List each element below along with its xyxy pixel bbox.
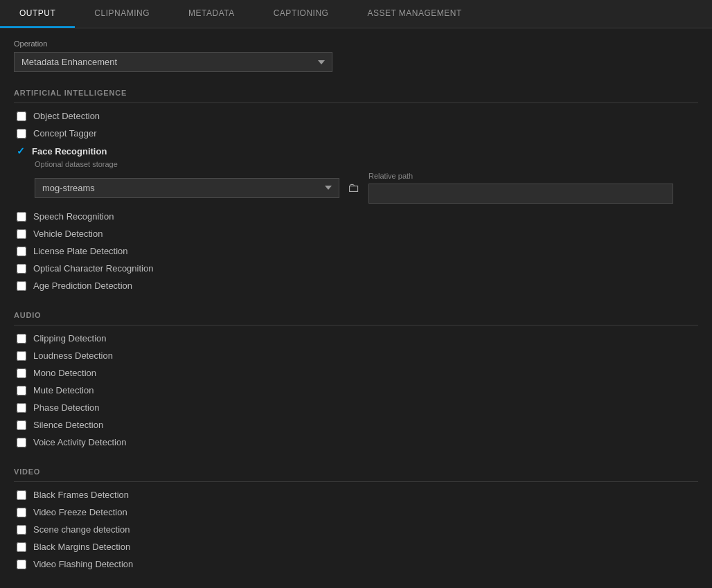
video-flashing-detection-label: Video Flashing Detection: [33, 559, 133, 569]
video-freeze-detection-item[interactable]: Video Freeze Detection: [14, 504, 698, 521]
operation-label: Operation: [14, 39, 698, 48]
main-content: Operation Metadata Enhancement Transcodi…: [0, 28, 712, 588]
face-recognition-sub: Optional dataset storage mog-streams loc…: [17, 160, 698, 208]
phase-detection-item[interactable]: Phase Detection: [14, 399, 698, 416]
face-recognition-check-icon: ✓: [17, 145, 26, 157]
tab-metadata[interactable]: METADATA: [169, 0, 254, 28]
operation-dropdown[interactable]: Metadata Enhancement Transcoding Archive: [14, 52, 332, 72]
silence-detection-label: Silence Detection: [33, 420, 103, 430]
video-flashing-detection-item[interactable]: Video Flashing Detection: [14, 555, 698, 573]
tab-captioning[interactable]: CAPTIONING: [254, 0, 348, 28]
voice-activity-detection-checkbox[interactable]: [17, 438, 26, 447]
ai-section-header: ARTIFICIAL INTELLIGENCE: [14, 82, 698, 103]
clipping-detection-item[interactable]: Clipping Detection: [14, 330, 698, 347]
operation-select-wrapper: Metadata Enhancement Transcoding Archive: [14, 52, 698, 72]
video-freeze-detection-label: Video Freeze Detection: [33, 507, 127, 517]
vehicle-detection-label: Vehicle Detection: [33, 229, 103, 239]
phase-detection-label: Phase Detection: [33, 402, 99, 413]
dataset-select-wrapper: mog-streams local-storage cloud-storage: [35, 178, 339, 198]
face-recognition-container: ✓ Face Recognition Optional dataset stor…: [14, 142, 698, 208]
license-plate-detection-label: License Plate Detection: [33, 246, 128, 256]
mono-detection-item[interactable]: Mono Detection: [14, 364, 698, 382]
object-detection-item[interactable]: Object Detection: [14, 107, 698, 125]
clipping-detection-checkbox[interactable]: [17, 334, 26, 344]
speech-recognition-item[interactable]: Speech Recognition: [14, 208, 698, 225]
black-frames-detection-label: Black Frames Detection: [33, 490, 129, 500]
video-flashing-detection-checkbox[interactable]: [17, 560, 26, 569]
mute-detection-label: Mute Detection: [33, 385, 94, 395]
voice-activity-detection-label: Voice Activity Detection: [33, 437, 126, 447]
scene-change-detection-label: Scene change detection: [33, 524, 130, 535]
black-margins-detection-checkbox[interactable]: [17, 542, 26, 552]
license-plate-detection-item[interactable]: License Plate Detection: [14, 242, 698, 260]
license-plate-detection-checkbox[interactable]: [17, 247, 26, 256]
black-margins-detection-item[interactable]: Black Margins Detection: [14, 538, 698, 555]
phase-detection-checkbox[interactable]: [17, 403, 26, 413]
age-prediction-item[interactable]: Age Prediction Detection: [14, 277, 698, 294]
object-detection-checkbox[interactable]: [17, 112, 26, 121]
ocr-checkbox[interactable]: [17, 264, 26, 274]
tab-clipnaming[interactable]: CLIPNAMING: [75, 0, 169, 28]
black-frames-detection-checkbox[interactable]: [17, 490, 26, 500]
vehicle-detection-item[interactable]: Vehicle Detection: [14, 225, 698, 242]
age-prediction-label: Age Prediction Detection: [33, 280, 132, 291]
mono-detection-checkbox[interactable]: [17, 368, 26, 378]
dataset-storage-label: Optional dataset storage: [35, 160, 698, 168]
concept-tagger-label: Concept Tagger: [33, 128, 97, 139]
folder-icon[interactable]: 🗀: [345, 179, 363, 197]
object-detection-label: Object Detection: [33, 111, 100, 121]
vehicle-detection-checkbox[interactable]: [17, 229, 26, 239]
audio-section-header: AUDIO: [14, 304, 698, 326]
concept-tagger-checkbox[interactable]: [17, 129, 26, 139]
mute-detection-item[interactable]: Mute Detection: [14, 382, 698, 399]
clipping-detection-label: Clipping Detection: [33, 333, 107, 344]
silence-detection-checkbox[interactable]: [17, 420, 26, 430]
dataset-storage-dropdown[interactable]: mog-streams local-storage cloud-storage: [35, 178, 339, 198]
voice-activity-detection-item[interactable]: Voice Activity Detection: [14, 434, 698, 451]
loudness-detection-label: Loudness Detection: [33, 350, 113, 361]
black-margins-detection-label: Black Margins Detection: [33, 542, 130, 552]
age-prediction-checkbox[interactable]: [17, 281, 26, 291]
scene-change-detection-checkbox[interactable]: [17, 525, 26, 535]
loudness-detection-checkbox[interactable]: [17, 351, 26, 361]
tab-output[interactable]: OUTPUT: [0, 0, 75, 28]
face-recognition-label: Face Recognition: [32, 146, 107, 157]
speech-recognition-label: Speech Recognition: [33, 211, 114, 222]
concept-tagger-item[interactable]: Concept Tagger: [14, 125, 698, 142]
relative-path-section: Relative path: [368, 172, 673, 204]
face-recognition-row: mog-streams local-storage cloud-storage …: [35, 172, 698, 204]
mute-detection-checkbox[interactable]: [17, 386, 26, 395]
face-recognition-header: ✓ Face Recognition: [17, 142, 698, 160]
ocr-item[interactable]: Optical Character Recognition: [14, 260, 698, 277]
black-frames-detection-item[interactable]: Black Frames Detection: [14, 486, 698, 504]
relative-path-input[interactable]: [368, 184, 673, 204]
loudness-detection-item[interactable]: Loudness Detection: [14, 347, 698, 364]
ocr-label: Optical Character Recognition: [33, 263, 153, 274]
video-freeze-detection-checkbox[interactable]: [17, 508, 26, 517]
others-section-header: OTHERS: [14, 582, 698, 588]
tab-asset-management[interactable]: ASSET MANAGEMENT: [348, 0, 481, 28]
relative-path-label: Relative path: [368, 172, 673, 180]
scene-change-detection-item[interactable]: Scene change detection: [14, 521, 698, 538]
silence-detection-item[interactable]: Silence Detection: [14, 416, 698, 434]
video-section-header: VIDEO: [14, 461, 698, 482]
tab-bar: OUTPUT CLIPNAMING METADATA CAPTIONING AS…: [0, 0, 712, 28]
mono-detection-label: Mono Detection: [33, 368, 96, 378]
speech-recognition-checkbox[interactable]: [17, 212, 26, 222]
